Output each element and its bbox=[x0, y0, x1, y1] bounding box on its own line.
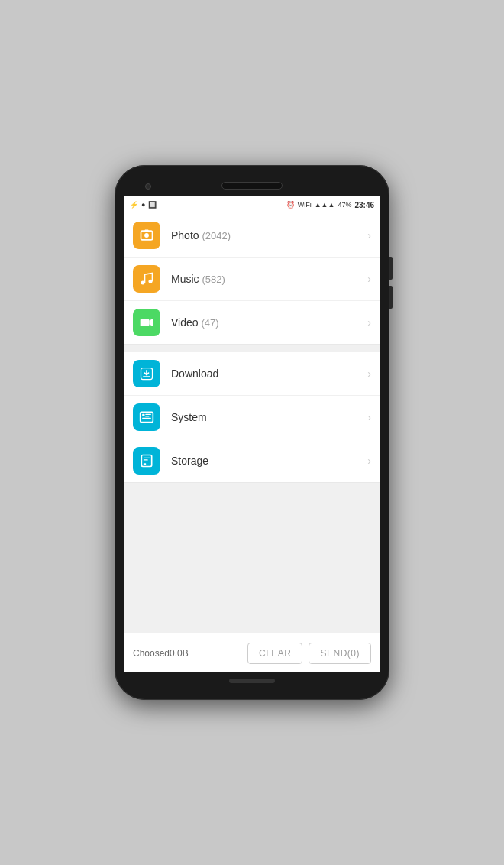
svg-point-3 bbox=[141, 281, 145, 285]
music-icon bbox=[133, 265, 160, 293]
phone-bottom-bezel bbox=[229, 672, 275, 686]
flash-icon: ⚡ bbox=[130, 201, 138, 209]
photo-icon bbox=[133, 222, 160, 249]
volume-down-button[interactable] bbox=[389, 286, 393, 309]
storage-icon bbox=[133, 447, 160, 475]
download-chevron: › bbox=[367, 368, 371, 380]
status-bar: ⚡ ● 🔲 ⏰ WiFi ▲▲▲ 47% 23:46 bbox=[124, 196, 380, 214]
svg-rect-5 bbox=[141, 319, 150, 326]
status-left-icons: ⚡ ● 🔲 bbox=[130, 201, 157, 209]
signal-icon: ▲▲▲ bbox=[315, 201, 335, 209]
volume-up-button[interactable] bbox=[389, 257, 393, 280]
svg-rect-2 bbox=[145, 230, 149, 232]
video-icon bbox=[133, 309, 160, 336]
photo-label: Photo (2042) bbox=[171, 229, 364, 241]
svg-point-1 bbox=[144, 233, 149, 238]
battery-percent: 47% bbox=[338, 201, 351, 209]
music-label: Music (582) bbox=[171, 273, 364, 285]
clear-button[interactable]: CLEAR bbox=[247, 643, 303, 664]
camera-dot bbox=[145, 183, 151, 190]
screen-content: Photo (2042) › Music bbox=[124, 214, 380, 672]
storage-chevron: › bbox=[367, 455, 371, 467]
svg-rect-12 bbox=[142, 418, 151, 419]
phone-screen: ⚡ ● 🔲 ⏰ WiFi ▲▲▲ 47% 23:46 bbox=[124, 196, 380, 672]
home-indicator bbox=[229, 679, 275, 683]
svg-rect-15 bbox=[144, 459, 148, 460]
speaker-grill bbox=[221, 182, 283, 190]
svg-rect-10 bbox=[145, 414, 151, 415]
wifi-icon: WiFi bbox=[298, 201, 312, 209]
svg-rect-8 bbox=[141, 412, 153, 422]
alarm-icon: ⏰ bbox=[286, 201, 295, 209]
phone-device: ⚡ ● 🔲 ⏰ WiFi ▲▲▲ 47% 23:46 bbox=[115, 165, 389, 700]
footer-buttons: CLEAR SEND(0) bbox=[247, 643, 371, 664]
media-section: Photo (2042) › Music bbox=[124, 214, 380, 345]
music-chevron: › bbox=[367, 273, 371, 285]
system-chevron: › bbox=[367, 411, 371, 423]
download-icon bbox=[133, 360, 160, 387]
music-menu-item[interactable]: Music (582) › bbox=[124, 258, 380, 301]
svg-rect-11 bbox=[145, 416, 149, 416]
svg-rect-13 bbox=[141, 455, 151, 467]
svg-point-4 bbox=[149, 280, 153, 283]
chosen-text: Choosed0.0B bbox=[133, 648, 189, 659]
phone-top-bezel bbox=[124, 179, 380, 196]
video-menu-item[interactable]: Video (47) › bbox=[124, 301, 380, 344]
message-icon: ● bbox=[141, 201, 145, 209]
storage-label: Storage bbox=[171, 455, 364, 467]
storage-menu-item[interactable]: Storage › bbox=[124, 439, 380, 482]
clock-display: 23:46 bbox=[354, 201, 374, 209]
empty-area bbox=[124, 483, 380, 633]
svg-rect-16 bbox=[144, 463, 146, 465]
svg-marker-6 bbox=[149, 319, 153, 326]
video-label: Video (47) bbox=[171, 316, 364, 329]
download-menu-item[interactable]: Download › bbox=[124, 352, 380, 396]
system-label: System bbox=[171, 411, 364, 423]
photo-menu-item[interactable]: Photo (2042) › bbox=[124, 214, 380, 258]
system-menu-item[interactable]: System › bbox=[124, 396, 380, 439]
camera-icon: 🔲 bbox=[148, 201, 157, 209]
photo-chevron: › bbox=[367, 229, 371, 241]
download-label: Download bbox=[171, 368, 364, 380]
send-button[interactable]: SEND(0) bbox=[309, 643, 371, 664]
system-icon bbox=[133, 403, 160, 431]
svg-rect-9 bbox=[142, 414, 144, 416]
tools-section: Download › System › bbox=[124, 352, 380, 483]
status-right-icons: ⏰ WiFi ▲▲▲ 47% 23:46 bbox=[286, 201, 374, 209]
video-chevron: › bbox=[367, 316, 371, 329]
section-gap bbox=[124, 345, 380, 352]
footer-bar: Choosed0.0B CLEAR SEND(0) bbox=[124, 633, 380, 672]
svg-rect-14 bbox=[144, 458, 150, 458]
